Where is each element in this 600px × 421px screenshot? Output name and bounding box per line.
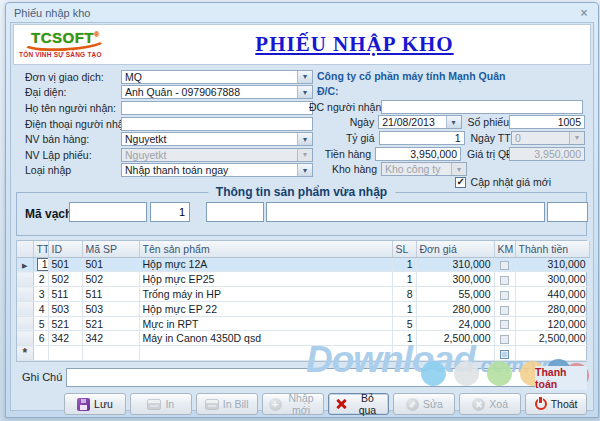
km-checkbox[interactable] — [500, 291, 509, 300]
column-header[interactable]: TT — [33, 241, 48, 257]
table-cell[interactable] — [494, 257, 515, 272]
table-cell[interactable]: 300,000 — [416, 272, 494, 287]
table-cell[interactable]: 440,000 — [515, 287, 589, 302]
table-cell[interactable] — [494, 316, 515, 331]
dropdown[interactable]: Nhập thanh toán ngay▾ — [121, 163, 313, 177]
table-cell[interactable]: 501 — [48, 257, 82, 272]
table-cell[interactable]: 2,500,000 — [416, 331, 494, 346]
table-cell[interactable] — [494, 331, 515, 346]
table-cell[interactable] — [494, 287, 515, 302]
km-checkbox[interactable] — [500, 350, 509, 359]
table-cell[interactable]: 1 — [392, 272, 416, 287]
table-cell[interactable]: 310,000 — [515, 257, 589, 272]
table-cell[interactable]: Hộp mực EP 22 — [139, 301, 392, 316]
row-selector[interactable] — [17, 272, 33, 287]
barcode-input[interactable] — [206, 202, 264, 222]
km-checkbox[interactable] — [500, 306, 509, 315]
date-dropdown[interactable]: 21/08/2013 ▾ — [378, 115, 461, 129]
goods-amount-input[interactable] — [375, 147, 461, 161]
save-button[interactable]: Lưu — [64, 393, 126, 415]
table-cell[interactable]: 120,000 — [515, 316, 589, 331]
table-row[interactable]: 6342342Máy in Canon 4350D qsd12,500,0002… — [17, 331, 589, 346]
update-price-checkbox[interactable] — [455, 177, 466, 188]
km-checkbox[interactable] — [500, 320, 509, 329]
table-cell[interactable] — [33, 346, 48, 361]
column-header[interactable]: Thành tiền — [515, 241, 589, 257]
payment-button[interactable]: Thanh toán — [535, 366, 587, 390]
table-cell[interactable]: 4 — [33, 301, 48, 316]
dropdown[interactable]: MQ▾ — [121, 70, 313, 84]
table-cell[interactable]: 1 — [392, 257, 416, 272]
column-header[interactable]: Đơn giá — [416, 241, 494, 257]
table-row[interactable]: 3511511Trống máy in HP855,000440,000 — [17, 287, 589, 302]
table-cell[interactable]: 511 — [82, 287, 139, 302]
table-cell[interactable]: 3 — [33, 287, 48, 302]
table-cell[interactable] — [139, 346, 392, 361]
table-cell[interactable] — [392, 346, 416, 361]
exchange-rate-input[interactable] — [379, 131, 465, 145]
dropdown[interactable]: Anh Quân - 0979067888▾ — [121, 85, 313, 99]
table-cell[interactable]: 300,000 — [515, 272, 589, 287]
table-cell[interactable]: 503 — [48, 301, 82, 316]
barcode-input[interactable] — [266, 202, 545, 222]
table-row[interactable]: 4503503Hộp mực EP 221280,000280,000 — [17, 301, 589, 316]
cancel-button[interactable]: Bỏ qua — [328, 393, 390, 415]
table-cell[interactable]: 1 — [392, 331, 416, 346]
column-header[interactable]: Mã SP — [82, 241, 139, 257]
table-cell[interactable]: 511 — [48, 287, 82, 302]
table-cell[interactable]: 502 — [82, 272, 139, 287]
table-cell[interactable]: Trống máy in HP — [139, 287, 392, 302]
barcode-input[interactable] — [150, 202, 190, 222]
table-row[interactable]: 5521521Mực in RPT524,000120,000 — [17, 316, 589, 331]
table-cell[interactable]: 5 — [33, 316, 48, 331]
column-header[interactable]: KM — [494, 241, 515, 257]
column-header[interactable]: Tên sản phẩm — [139, 241, 392, 257]
km-checkbox[interactable] — [500, 276, 509, 285]
barcode-input[interactable] — [69, 202, 147, 222]
barcode-input[interactable] — [547, 202, 588, 222]
table-cell[interactable]: 5 — [392, 316, 416, 331]
row-selector[interactable] — [17, 287, 33, 302]
table-cell[interactable]: 24,000 — [416, 316, 494, 331]
table-cell[interactable] — [494, 301, 515, 316]
receiver-address-input[interactable] — [381, 100, 583, 114]
table-cell[interactable] — [515, 346, 589, 361]
table-cell[interactable]: 280,000 — [416, 301, 494, 316]
table-cell[interactable] — [416, 346, 494, 361]
chevron-down-icon[interactable]: ▾ — [446, 116, 461, 128]
table-cell[interactable] — [494, 346, 515, 361]
table-cell[interactable]: 501 — [82, 257, 139, 272]
km-checkbox[interactable] — [500, 335, 509, 344]
table-cell[interactable]: 2 — [33, 272, 48, 287]
table-cell[interactable]: 342 — [82, 331, 139, 346]
table-cell[interactable] — [48, 346, 82, 361]
table-cell[interactable]: 342 — [48, 331, 82, 346]
close-icon[interactable]: × — [576, 7, 592, 19]
table-cell[interactable]: 502 — [48, 272, 82, 287]
km-checkbox[interactable] — [500, 261, 509, 270]
column-header[interactable]: SL — [392, 241, 416, 257]
table-cell[interactable] — [494, 272, 515, 287]
table-cell[interactable]: Mực in RPT — [139, 316, 392, 331]
column-header[interactable]: ID — [48, 241, 82, 257]
table-cell[interactable]: 6 — [33, 331, 48, 346]
row-selector[interactable] — [17, 316, 33, 331]
table-cell[interactable]: 310,000 — [416, 257, 494, 272]
table-cell[interactable]: 1 — [33, 257, 48, 272]
table-cell[interactable]: 280,000 — [515, 301, 589, 316]
text-input[interactable] — [121, 117, 313, 131]
table-cell[interactable]: Hộp mực 12A — [139, 257, 392, 272]
table-cell[interactable]: 8 — [392, 287, 416, 302]
note-input[interactable] — [66, 368, 543, 387]
new-row[interactable]: * — [17, 346, 589, 361]
receipt-number-input[interactable] — [509, 115, 585, 129]
table-cell[interactable]: Máy in Canon 4350D qsd — [139, 331, 392, 346]
row-selector[interactable]: ▶ — [17, 257, 33, 272]
table-cell[interactable] — [82, 346, 139, 361]
table-cell[interactable]: 503 — [82, 301, 139, 316]
exit-button[interactable]: Thoát — [525, 393, 587, 415]
table-row[interactable]: 2502502Hộp mực EP251300,000300,000 — [17, 272, 589, 287]
text-input[interactable] — [121, 101, 313, 115]
table-cell[interactable]: 521 — [82, 316, 139, 331]
table-cell[interactable]: 55,000 — [416, 287, 494, 302]
